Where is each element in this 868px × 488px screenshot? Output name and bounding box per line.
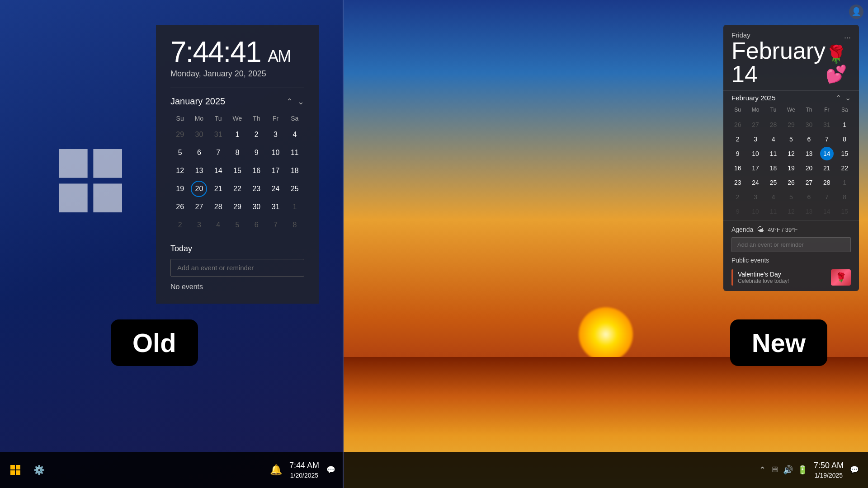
cal-cell-new[interactable]: 9 [731, 205, 745, 218]
cal-cell-new[interactable]: 27 [749, 118, 762, 131]
cal-cell[interactable]: 1 [229, 127, 245, 143]
volume-icon[interactable]: 🔊 [783, 465, 793, 475]
cal-cell[interactable]: 24 [268, 181, 284, 197]
cal-cell-new[interactable]: 16 [731, 161, 745, 175]
chevron-up-icon[interactable]: ⌃ [759, 465, 766, 475]
start-button[interactable] [7, 462, 24, 478]
cal-cell[interactable]: 5 [229, 217, 245, 233]
close-button[interactable]: 👤 [849, 5, 863, 19]
cal-cell[interactable]: 19 [172, 181, 188, 197]
cal-cell[interactable]: 7 [210, 145, 226, 161]
next-month-arrow[interactable]: ⌄ [297, 97, 304, 107]
cal-cell[interactable]: 15 [229, 163, 245, 179]
cal-cell-new[interactable]: 19 [784, 161, 798, 175]
cal-cell-new[interactable]: 9 [731, 147, 745, 160]
cal-cell-new[interactable]: 26 [731, 118, 745, 131]
cal-cell[interactable]: 3 [191, 217, 207, 233]
cal-cell-new[interactable]: 10 [749, 147, 762, 160]
cal-cell-new[interactable]: 6 [802, 132, 816, 146]
cal-cell[interactable]: 17 [268, 163, 284, 179]
cal-cell[interactable]: 14 [210, 163, 226, 179]
cal-cell[interactable]: 5 [172, 145, 188, 161]
cal-cell-new[interactable]: 13 [802, 205, 816, 218]
battery-icon[interactable]: 🔋 [797, 465, 807, 475]
cal-cell-new[interactable]: 27 [802, 176, 816, 189]
cal-cell[interactable]: 6 [248, 217, 264, 233]
cal-cell-new[interactable]: 28 [820, 176, 834, 189]
cal-cell[interactable]: 21 [210, 181, 226, 197]
cal-cell-new[interactable]: 13 [802, 147, 816, 160]
cal-cell[interactable]: 20 [191, 181, 207, 197]
cal-cell[interactable]: 29 [229, 199, 245, 215]
cal-cell[interactable]: 10 [268, 145, 284, 161]
cal-cell[interactable]: 28 [210, 199, 226, 215]
next-month-new[interactable]: ⌄ [845, 94, 851, 102]
cal-cell[interactable]: 9 [248, 145, 264, 161]
cal-cell-new[interactable]: 11 [767, 205, 780, 218]
cal-cell[interactable]: 6 [191, 145, 207, 161]
event-input-old[interactable] [170, 259, 304, 277]
cal-cell-new[interactable]: 15 [838, 147, 851, 160]
settings-icon[interactable]: ⚙️ [31, 462, 47, 478]
prev-month-new[interactable]: ⌃ [835, 94, 841, 102]
prev-month-arrow[interactable]: ⌃ [286, 97, 293, 107]
cal-cell-new[interactable]: 4 [767, 132, 780, 146]
cal-cell[interactable]: 4 [210, 217, 226, 233]
cal-cell[interactable]: 16 [248, 163, 264, 179]
cal-cell-new[interactable]: 3 [749, 132, 762, 146]
cal-cell[interactable]: 7 [268, 217, 284, 233]
cal-cell[interactable]: 26 [172, 199, 188, 215]
cal-cell-new[interactable]: 12 [784, 205, 798, 218]
taskbar-clock-new[interactable]: 7:50 AM 1/19/2025 [814, 460, 844, 479]
cal-cell[interactable]: 4 [287, 127, 303, 143]
cal-cell-new[interactable]: 26 [784, 176, 798, 189]
cal-cell-new[interactable]: 7 [820, 190, 834, 204]
cal-cell-new[interactable]: 12 [784, 147, 798, 160]
cal-cell-new[interactable]: 3 [749, 190, 762, 204]
cal-cell[interactable]: 31 [210, 127, 226, 143]
cal-cell-new[interactable]: 8 [838, 132, 851, 146]
action-center-icon[interactable]: 💬 [326, 465, 335, 474]
event-input-new[interactable] [731, 237, 851, 252]
cal-cell-new[interactable]: 1 [838, 176, 851, 189]
cal-cell[interactable]: 31 [268, 199, 284, 215]
notification-icon-new[interactable]: 💬 [850, 465, 859, 474]
cal-cell[interactable]: 2 [172, 217, 188, 233]
cal-cell-new[interactable]: 22 [838, 161, 851, 175]
cal-cell-new[interactable]: 24 [749, 176, 762, 189]
more-options[interactable]: ··· [844, 33, 851, 42]
cal-cell-new[interactable]: 5 [784, 190, 798, 204]
cal-cell-new[interactable]: 30 [802, 118, 816, 131]
cal-cell[interactable]: 23 [248, 181, 264, 197]
cal-cell-new[interactable]: 2 [731, 132, 745, 146]
cal-cell-new[interactable]: 20 [802, 161, 816, 175]
cal-cell[interactable]: 30 [248, 199, 264, 215]
cal-cell-new[interactable]: 25 [767, 176, 780, 189]
cal-cell-new[interactable]: 31 [820, 118, 834, 131]
cal-cell[interactable]: 12 [172, 163, 188, 179]
cal-cell-new[interactable]: 23 [731, 176, 745, 189]
network-icon[interactable]: 🖥 [770, 465, 778, 474]
cal-cell-new[interactable]: 2 [731, 190, 745, 204]
cal-cell-new[interactable]: 10 [749, 205, 762, 218]
cal-cell-new[interactable]: 4 [767, 190, 780, 204]
cal-cell[interactable]: 3 [268, 127, 284, 143]
cal-cell[interactable]: 30 [191, 127, 207, 143]
cal-cell-new[interactable]: 6 [802, 190, 816, 204]
cal-cell-new[interactable]: 7 [820, 132, 834, 146]
cal-cell[interactable]: 29 [172, 127, 188, 143]
cal-cell-new[interactable]: 14 [820, 205, 834, 218]
cal-cell-new[interactable]: 5 [784, 132, 798, 146]
cal-cell[interactable]: 8 [287, 217, 303, 233]
cal-cell[interactable]: 11 [287, 145, 303, 161]
cal-cell[interactable]: 8 [229, 145, 245, 161]
cal-cell-new[interactable]: 11 [767, 147, 780, 160]
cal-cell-new[interactable]: 21 [820, 161, 834, 175]
cal-cell[interactable]: 27 [191, 199, 207, 215]
cal-cell-new[interactable]: 28 [767, 118, 780, 131]
cal-cell-new[interactable]: 15 [838, 205, 851, 218]
cal-cell[interactable]: 13 [191, 163, 207, 179]
cal-cell[interactable]: 1 [287, 199, 303, 215]
cal-cell[interactable]: 2 [248, 127, 264, 143]
notification-icon[interactable]: 🔔 [270, 464, 282, 476]
